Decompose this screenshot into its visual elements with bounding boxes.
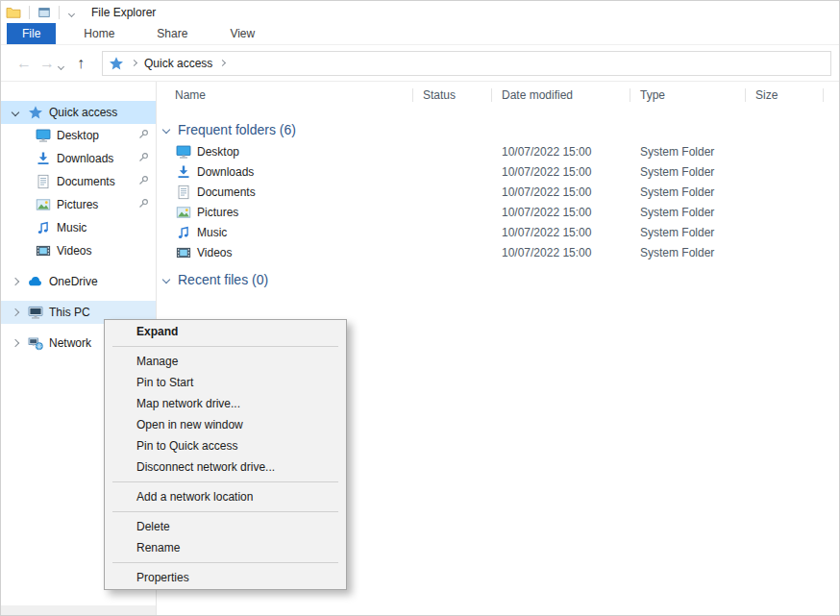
sidebar-item-pictures[interactable]: Pictures (1, 193, 156, 216)
pictures-icon (36, 197, 51, 212)
sidebar-item-desktop[interactable]: Desktop (1, 124, 156, 147)
recent-locations-dropdown-icon[interactable] (59, 59, 63, 72)
ribbon-tabs: File Home Share View (1, 23, 839, 45)
pin-icon (136, 128, 150, 141)
this-pc-icon (28, 305, 43, 320)
sidebar-item-videos[interactable]: Videos (1, 239, 156, 262)
menu-item-open-in-new-window[interactable]: Open in new window (105, 414, 346, 435)
file-name: Music (197, 226, 227, 239)
desktop-icon (176, 144, 191, 160)
file-row-desktop[interactable]: Desktop 10/07/2022 15:00 System Folder (157, 141, 839, 161)
address-bar[interactable]: Quick access (102, 51, 831, 76)
quick-toolbar-properties-icon[interactable] (37, 6, 51, 19)
tab-home[interactable]: Home (69, 23, 129, 44)
menu-item-disconnect-network-drive[interactable]: Disconnect network drive... (105, 456, 346, 478)
column-header-name[interactable]: Name (157, 82, 413, 109)
file-date-modified: 10/07/2022 15:00 (492, 206, 630, 219)
column-header-label: Status (423, 88, 456, 102)
menu-separator (112, 481, 338, 482)
column-header-size[interactable]: Size (746, 82, 824, 109)
breadcrumb-chevron-icon[interactable] (219, 60, 226, 66)
documents-icon (176, 185, 191, 200)
network-icon (28, 335, 43, 351)
quick-access-star-icon (28, 105, 43, 120)
menu-item-map-network-drive[interactable]: Map network drive... (105, 393, 346, 414)
sidebar-item-label: Music (57, 221, 86, 234)
chevron-right-icon[interactable] (9, 340, 22, 346)
file-row-downloads[interactable]: Downloads 10/07/2022 15:00 System Folder (157, 161, 839, 182)
column-header-status[interactable]: Status (413, 82, 492, 109)
file-name: Pictures (197, 206, 238, 219)
downloads-icon (176, 164, 191, 180)
collapse-chevron-icon[interactable] (162, 126, 170, 134)
breadcrumb-chevron-icon[interactable] (131, 60, 137, 66)
file-date-modified: 10/07/2022 15:00 (492, 165, 630, 179)
collapse-chevron-icon[interactable] (162, 276, 170, 283)
sidebar-item-downloads[interactable]: Downloads (1, 147, 156, 170)
menu-item-add-network-location[interactable]: Add a network location (105, 486, 346, 507)
column-header-type[interactable]: Type (630, 82, 746, 109)
sidebar-item-documents[interactable]: Documents (1, 170, 156, 193)
tab-share[interactable]: Share (142, 23, 202, 44)
back-icon[interactable]: ← (12, 56, 36, 71)
sidebar-item-onedrive[interactable]: OneDrive (1, 270, 156, 293)
menu-item-pin-to-quick-access[interactable]: Pin to Quick access (105, 435, 346, 456)
group-header-frequent-folders[interactable]: Frequent folders (6) (157, 118, 839, 141)
chevron-down-icon[interactable] (9, 110, 22, 115)
downloads-icon (36, 151, 51, 166)
group-header-label: Frequent folders (6) (178, 122, 296, 137)
menu-item-rename[interactable]: Rename (105, 537, 346, 558)
documents-icon (36, 174, 51, 189)
file-type: System Folder (630, 145, 746, 159)
sidebar-item-label: This PC (49, 306, 90, 319)
breadcrumb-location[interactable]: Quick access (144, 57, 212, 70)
menu-item-delete[interactable]: Delete (105, 516, 346, 537)
file-row-videos[interactable]: Videos 10/07/2022 15:00 System Folder (157, 242, 839, 262)
window-title: File Explorer (91, 6, 156, 19)
music-icon (176, 225, 191, 240)
column-header-label: Date modified (502, 88, 573, 102)
navigation-bar: ← → ↑ Quick access (1, 45, 839, 82)
file-type: System Folder (630, 206, 746, 219)
file-type: System Folder (630, 185, 746, 199)
sidebar-item-label: Network (49, 336, 91, 350)
group-header-recent-files[interactable]: Recent files (0) (157, 268, 839, 291)
file-date-modified: 10/07/2022 15:00 (492, 145, 630, 159)
sidebar-horizontal-scrollbar[interactable] (1, 605, 156, 616)
chevron-right-icon[interactable] (9, 279, 22, 284)
menu-separator (112, 511, 338, 512)
column-header-label: Name (175, 88, 206, 102)
column-header-date-modified[interactable]: Date modified (492, 82, 630, 109)
file-name: Videos (197, 246, 232, 259)
sidebar-item-music[interactable]: Music (1, 216, 156, 239)
pin-icon (136, 151, 150, 164)
chevron-right-icon[interactable] (9, 309, 22, 315)
file-explorer-window: File Explorer File Home Share View ← → ↑… (0, 0, 840, 616)
file-row-pictures[interactable]: Pictures 10/07/2022 15:00 System Folder (157, 202, 839, 222)
tab-view[interactable]: View (215, 23, 269, 44)
group-header-label: Recent files (0) (178, 272, 268, 287)
sidebar-item-quick-access[interactable]: Quick access (1, 101, 156, 124)
menu-item-pin-to-start[interactable]: Pin to Start (105, 372, 346, 393)
file-row-music[interactable]: Music 10/07/2022 15:00 System Folder (157, 222, 839, 242)
forward-icon[interactable]: → (36, 56, 59, 71)
videos-icon (36, 243, 51, 259)
desktop-icon (36, 128, 51, 143)
sidebar-item-label: Videos (57, 244, 91, 258)
menu-item-manage[interactable]: Manage (105, 351, 346, 372)
menu-item-properties[interactable]: Properties (105, 567, 346, 588)
file-date-modified: 10/07/2022 15:00 (492, 185, 630, 199)
customize-toolbar-dropdown-icon[interactable] (69, 6, 74, 19)
file-row-documents[interactable]: Documents 10/07/2022 15:00 System Folder (157, 182, 839, 202)
column-header-label: Size (755, 88, 778, 102)
titlebar-divider (59, 6, 60, 19)
sidebar-item-label: Documents (57, 175, 115, 188)
tab-file[interactable]: File (7, 23, 56, 44)
menu-item-expand[interactable]: Expand (105, 321, 346, 342)
file-type: System Folder (630, 165, 746, 179)
up-icon[interactable]: ↑ (69, 56, 92, 71)
menu-separator (112, 562, 338, 563)
sidebar-item-label: Quick access (49, 106, 117, 119)
menu-separator (112, 346, 338, 347)
sidebar-item-label: Downloads (57, 152, 113, 165)
